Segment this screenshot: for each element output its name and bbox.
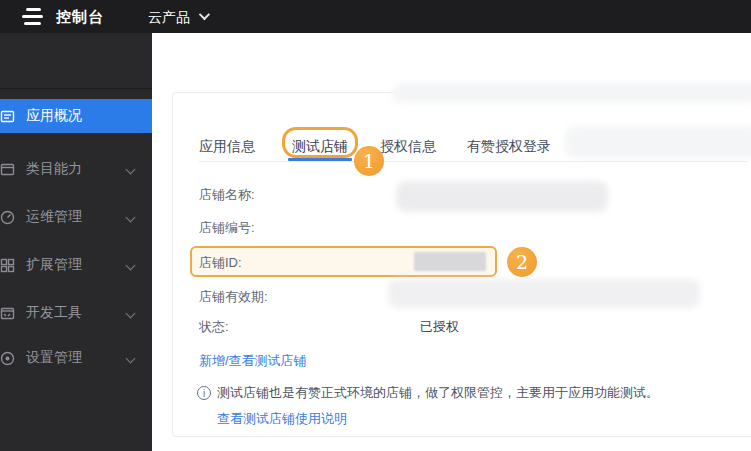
sidebar-item-extension[interactable]: 扩展管理 bbox=[0, 248, 152, 282]
status-label: 状态: bbox=[199, 318, 229, 336]
shop-validity-label: 店铺有效期: bbox=[199, 288, 268, 306]
add-view-test-shop-link[interactable]: 新增/查看测试店铺 bbox=[199, 352, 307, 370]
cloud-product-menu[interactable]: 云产品 bbox=[148, 9, 207, 27]
tabs-bottom-border bbox=[199, 161, 747, 162]
shop-name-label: 店铺名称: bbox=[199, 186, 255, 204]
devtools-icon bbox=[0, 306, 15, 321]
settings-icon bbox=[0, 351, 15, 366]
sidebar-divider bbox=[0, 88, 152, 89]
console-title: 控制台 bbox=[56, 8, 104, 27]
console-app: 控制台 云产品 应用中心 应用概况 类目能力 运维管理 扩展管理 开发工具 设置… bbox=[0, 0, 751, 451]
chevron-down-icon bbox=[126, 308, 136, 318]
redacted-region bbox=[392, 83, 751, 103]
sidebar-item-app-overview[interactable]: 应用概况 bbox=[0, 99, 152, 133]
test-shop-note: i 测试店铺也是有赞正式环境的店铺，做了权限管控，主要用于应用功能测试。 bbox=[197, 384, 659, 402]
chevron-down-icon bbox=[126, 353, 136, 363]
shop-number-label: 店铺编号: bbox=[199, 219, 255, 237]
app-overview-icon bbox=[0, 109, 15, 124]
chevron-down-icon bbox=[126, 260, 136, 270]
sidebar-item-category[interactable]: 类目能力 bbox=[0, 152, 152, 186]
tab-youzan-auth-login[interactable]: 有赞授权登录 bbox=[467, 138, 551, 156]
view-usage-doc-link[interactable]: 查看测试店铺使用说明 bbox=[217, 410, 347, 428]
chevron-down-icon bbox=[126, 164, 136, 174]
status-value: 已授权 bbox=[420, 318, 459, 336]
redacted-shop-name-value bbox=[396, 181, 608, 212]
sidebar-item-label: 运维管理 bbox=[26, 208, 82, 226]
extension-icon bbox=[0, 258, 15, 273]
annotation-step-1-badge: 1 bbox=[354, 146, 384, 176]
active-tab-underline bbox=[288, 158, 352, 161]
annotation-highlight-box-tab bbox=[282, 127, 358, 158]
topbar: 控制台 云产品 bbox=[0, 0, 751, 33]
sidebar bbox=[0, 33, 152, 451]
menu-hamburger-icon[interactable] bbox=[22, 8, 44, 25]
sidebar-item-label: 开发工具 bbox=[26, 304, 82, 322]
sidebar-item-devtools[interactable]: 开发工具 bbox=[0, 296, 152, 330]
redacted-shop-id-value bbox=[414, 252, 486, 271]
sidebar-item-ops[interactable]: 运维管理 bbox=[0, 200, 152, 234]
sidebar-item-label: 应用概况 bbox=[26, 107, 82, 125]
sidebar-item-label: 设置管理 bbox=[26, 349, 82, 367]
tab-app-info[interactable]: 应用信息 bbox=[199, 138, 255, 156]
redacted-shop-validity-value bbox=[388, 279, 700, 308]
tab-auth-info[interactable]: 授权信息 bbox=[380, 138, 436, 156]
sidebar-item-label: 扩展管理 bbox=[26, 256, 82, 274]
ops-monitor-icon bbox=[0, 210, 15, 225]
chevron-down-icon bbox=[199, 9, 210, 20]
info-icon: i bbox=[197, 386, 211, 400]
shop-id-label: 店铺ID: bbox=[199, 254, 242, 272]
sidebar-item-settings[interactable]: 设置管理 bbox=[0, 341, 152, 375]
cloud-product-label: 云产品 bbox=[148, 9, 190, 25]
redacted-region bbox=[565, 126, 751, 158]
sidebar-item-label: 类目能力 bbox=[26, 160, 82, 178]
chevron-down-icon bbox=[126, 212, 136, 222]
annotation-step-2-badge: 2 bbox=[507, 247, 537, 277]
category-icon bbox=[0, 162, 15, 177]
note-text: 测试店铺也是有赞正式环境的店铺，做了权限管控，主要用于应用功能测试。 bbox=[217, 384, 659, 402]
